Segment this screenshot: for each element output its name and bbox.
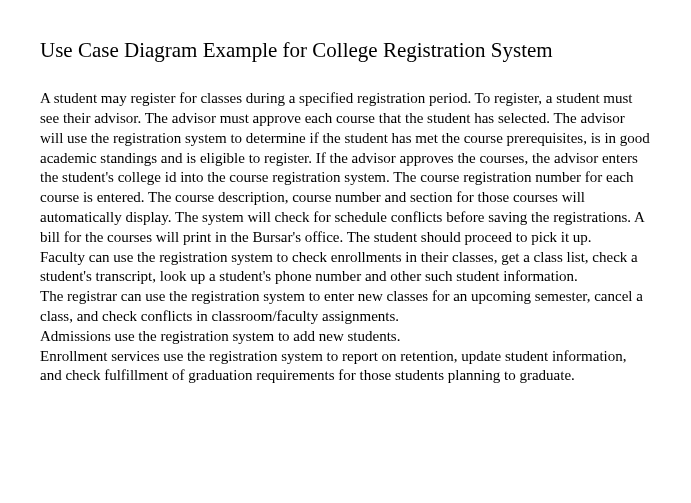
paragraph-enrollment-services: Enrollment services use the registration… [40, 347, 651, 387]
paragraph-faculty: Faculty can use the registration system … [40, 248, 651, 288]
paragraph-admissions: Admissions use the registration system t… [40, 327, 651, 347]
document-body: A student may register for classes durin… [40, 89, 651, 386]
paragraph-registrar: The registrar can use the registration s… [40, 287, 651, 327]
paragraph-student: A student may register for classes durin… [40, 89, 651, 247]
document-title: Use Case Diagram Example for College Reg… [40, 38, 651, 63]
